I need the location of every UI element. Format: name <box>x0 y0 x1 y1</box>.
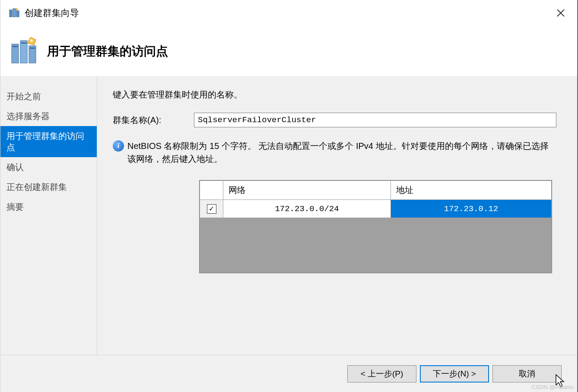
svg-point-13 <box>30 39 33 42</box>
sidebar-item-creating-cluster[interactable]: 正在创建新群集 <box>0 177 97 197</box>
sidebar-item-summary[interactable]: 摘要 <box>0 197 97 217</box>
next-button[interactable]: 下一步(N) > <box>420 365 489 383</box>
cancel-button[interactable]: 取消 <box>492 365 562 383</box>
wizard-header-icon <box>8 35 42 68</box>
cluster-name-input[interactable] <box>194 113 556 127</box>
address-cell[interactable]: 172.23.0.12 <box>391 200 552 218</box>
wizard-header: 用于管理群集的访问点 <box>0 26 577 77</box>
cluster-name-row: 群集名称(A): <box>113 113 556 127</box>
wizard-window: 创建群集向导 用于管理群集的访问点 开始之前 选择服 <box>0 0 578 392</box>
svg-rect-9 <box>13 46 18 47</box>
app-icon <box>8 7 20 19</box>
svg-marker-3 <box>16 8 18 10</box>
info-message: i NetBIOS 名称限制为 15 个字符。 无法自动配置一个或多个 IPv4… <box>113 139 556 165</box>
info-text: NetBIOS 名称限制为 15 个字符。 无法自动配置一个或多个 IPv4 地… <box>127 139 552 165</box>
previous-button[interactable]: < 上一步(P) <box>347 365 416 383</box>
wizard-sidebar: 开始之前 选择服务器 用于管理群集的访问点 确认 正在创建新群集 摘要 <box>0 77 97 355</box>
network-table-container: 网络 地址 ✓ 172.23.0.0/24 172.23.0.12 <box>199 180 552 273</box>
table-header-check <box>200 181 223 200</box>
wizard-content: 键入要在管理群集时使用的名称。 群集名称(A): i NetBIOS 名称限制为… <box>97 77 577 355</box>
svg-rect-10 <box>21 42 26 44</box>
cluster-name-label: 群集名称(A): <box>113 114 194 126</box>
close-button[interactable] <box>552 4 569 22</box>
network-checkbox-cell: ✓ <box>200 200 223 218</box>
table-row[interactable]: ✓ 172.23.0.0/24 172.23.0.12 <box>200 200 552 218</box>
wizard-footer: < 上一步(P) 下一步(N) > 取消 <box>0 355 577 392</box>
svg-rect-0 <box>10 10 12 17</box>
sidebar-item-before-begin[interactable]: 开始之前 <box>0 86 97 106</box>
page-title: 用于管理群集的访问点 <box>47 43 168 60</box>
watermark: CSDN @Patanis <box>532 384 574 390</box>
sidebar-item-access-point[interactable]: 用于管理群集的访问点 <box>0 126 97 157</box>
network-cell[interactable]: 172.23.0.0/24 <box>223 200 391 218</box>
svg-rect-1 <box>13 9 16 17</box>
wizard-body: 开始之前 选择服务器 用于管理群集的访问点 确认 正在创建新群集 摘要 键入要在… <box>0 77 577 355</box>
table-header-address: 地址 <box>391 181 552 200</box>
table-header-network: 网络 <box>223 181 391 200</box>
close-icon <box>556 9 565 17</box>
info-icon: i <box>113 140 124 152</box>
svg-rect-7 <box>20 41 27 63</box>
svg-rect-11 <box>30 47 35 49</box>
window-title: 创建群集向导 <box>25 7 79 19</box>
sidebar-item-confirmation[interactable]: 确认 <box>0 157 97 177</box>
network-checkbox[interactable]: ✓ <box>207 204 216 214</box>
sidebar-item-select-servers[interactable]: 选择服务器 <box>0 106 97 126</box>
svg-rect-2 <box>16 11 19 17</box>
titlebar: 创建群集向导 <box>0 0 577 26</box>
network-table: 网络 地址 ✓ 172.23.0.0/24 172.23.0.12 <box>200 180 552 218</box>
instruction-text: 键入要在管理群集时使用的名称。 <box>113 89 556 101</box>
